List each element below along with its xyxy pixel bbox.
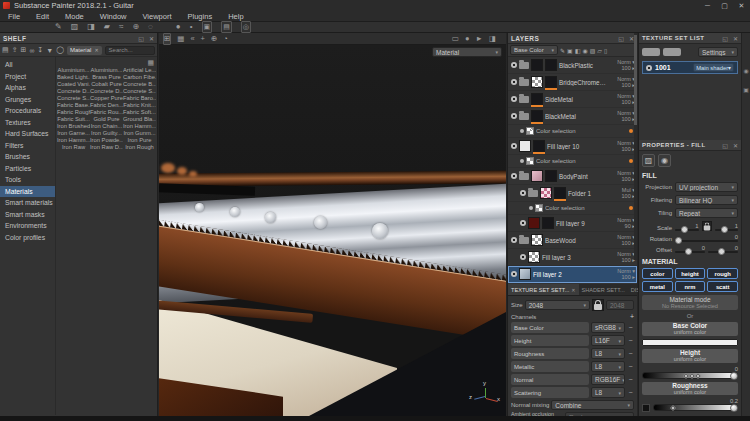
eraser-tool-icon[interactable]: ▨ xyxy=(71,22,79,32)
layer-row[interactable]: BodyPaintNorm ▾100 ▸ xyxy=(508,168,637,185)
brush-tool-icon[interactable]: ✎ xyxy=(55,22,62,32)
sidebar-item-materials[interactable]: Materials xyxy=(0,186,55,198)
sidebar-item-color-profiles[interactable]: Color profiles xyxy=(0,232,55,244)
material-picker-tool-icon[interactable]: ◌ xyxy=(148,22,153,32)
close-icon[interactable]: ✕ xyxy=(733,35,738,42)
material-tile[interactable]: Copper Pure xyxy=(90,95,123,101)
channel-name-button[interactable]: Scattering xyxy=(511,387,589,398)
opacity-value[interactable]: 100 ▸ xyxy=(610,193,635,199)
sidebar-item-environments[interactable]: Environments xyxy=(0,220,55,232)
color-selection-thumbnail[interactable] xyxy=(526,127,534,135)
normal-mixing-dropdown[interactable]: Combine ▾ xyxy=(551,400,634,410)
tab-texture-set-sett-[interactable]: TEXTURE SET SETT...✕ xyxy=(508,284,579,295)
slider-knob[interactable] xyxy=(721,226,728,233)
delete-layer-icon[interactable]: ▯ xyxy=(604,47,607,54)
material-tile[interactable]: Iron Guilty... xyxy=(90,130,123,136)
material-tile[interactable]: Ground Bla... xyxy=(123,116,156,122)
layer-blend-opacity[interactable]: Norm ▾100 ▸ xyxy=(610,234,635,247)
pin-icon[interactable]: ◱ xyxy=(722,35,728,42)
import-icon[interactable]: ⊞ xyxy=(21,46,27,54)
eye-icon[interactable] xyxy=(520,254,526,260)
layout-grid-icon[interactable]: ⊞ xyxy=(163,33,171,45)
layers-channel-dropdown[interactable]: Base Color ▾ xyxy=(510,45,558,55)
layer-row[interactable]: SideMetalNorm ▾100 ▸ xyxy=(508,91,637,108)
remove-channel-icon[interactable]: − xyxy=(627,376,634,383)
offset-x-slider[interactable] xyxy=(675,251,705,253)
material-tile[interactable]: Fabric Den... xyxy=(90,102,123,108)
layer-thumbnail[interactable] xyxy=(528,251,540,263)
material-tile[interactable]: Fabric Suit... xyxy=(57,116,90,122)
channel-name-button[interactable]: Normal xyxy=(511,374,589,385)
roughness-gradient-slider[interactable] xyxy=(653,404,738,411)
polygon-fill-tool-icon[interactable]: ▰ xyxy=(104,22,110,32)
layer-thumbnail[interactable] xyxy=(531,170,543,182)
channel-chip-rough[interactable]: rough xyxy=(707,268,738,279)
frame-icon[interactable]: ▭ xyxy=(452,34,459,44)
height-gradient-slider[interactable] xyxy=(642,372,738,379)
texture-set-view-button[interactable] xyxy=(642,48,660,56)
color-selection-thumbnail[interactable] xyxy=(535,204,543,212)
material-tile[interactable]: Gold Pure xyxy=(90,116,123,122)
scale-x-slider[interactable] xyxy=(675,229,699,231)
add-fill-icon[interactable]: ▣ xyxy=(567,47,573,54)
height-button[interactable]: Height uniform color xyxy=(642,349,738,362)
pin-icon[interactable]: ◱ xyxy=(618,35,624,42)
slider-knob[interactable] xyxy=(681,226,688,233)
smudge-tool-icon[interactable]: ≈ xyxy=(119,22,123,32)
remove-channel-icon[interactable]: − xyxy=(627,324,634,331)
material-mode-icon[interactable]: ▨ xyxy=(642,154,655,167)
close-icon[interactable]: ✕ xyxy=(149,35,154,42)
eye-icon[interactable] xyxy=(511,143,517,149)
layer-blend-opacity[interactable]: Norm ▾100 ▸ xyxy=(610,76,635,89)
filtering-dropdown[interactable]: Bilinear HQ ▾ xyxy=(675,195,738,205)
material-tile[interactable]: Iron Chain... xyxy=(90,123,123,129)
opacity-value[interactable]: 100 ▸ xyxy=(610,257,635,263)
layer-blend-opacity[interactable]: Norm ▾100 ▸ xyxy=(610,268,635,281)
material-tile[interactable]: Brass Pure xyxy=(90,74,123,80)
layers-scrollbar[interactable] xyxy=(634,33,637,260)
sidebar-item-tools[interactable]: Tools xyxy=(0,174,55,186)
sidebar-item-procedurals[interactable]: Procedurals xyxy=(0,105,55,117)
menu-item-plugins[interactable]: Plugins xyxy=(180,12,221,21)
minimize-button[interactable]: ─ xyxy=(699,2,716,10)
eye-icon[interactable] xyxy=(511,271,517,277)
eye-icon[interactable] xyxy=(520,190,526,196)
opacity-value[interactable]: 100 ▸ xyxy=(610,146,635,152)
sidebar-item-textures[interactable]: Textures xyxy=(0,117,55,129)
layer-thumbnail[interactable] xyxy=(540,187,552,199)
shelf-folder-icon[interactable]: ▤ xyxy=(2,46,9,54)
layer-row[interactable]: Fill layer 9Norm ▾90 ▸ xyxy=(508,215,637,232)
slider-knob[interactable] xyxy=(730,372,738,380)
material-tile[interactable]: Cobalt Pure xyxy=(90,81,123,87)
filter-circle-icon[interactable]: ◯ xyxy=(56,46,64,54)
menu-item-mode[interactable]: Mode xyxy=(57,12,92,21)
eye-icon[interactable] xyxy=(511,96,517,102)
chip-close-icon[interactable]: ✕ xyxy=(94,47,98,53)
material-tile[interactable]: Coated Vani... xyxy=(57,81,90,87)
layer-effect-row[interactable]: Color selection xyxy=(508,202,637,215)
layer-thumbnail[interactable] xyxy=(531,234,543,246)
layer-thumbnail[interactable] xyxy=(531,93,543,105)
material-mode-button[interactable]: Material mode No Resource Selected xyxy=(642,295,738,310)
texture-set-view-button[interactable] xyxy=(663,48,681,56)
layer-row[interactable]: BridgeChromeMetalNorm ▾100 ▸ xyxy=(508,74,637,91)
channel-chip-height[interactable]: height xyxy=(675,268,706,279)
add-mask-icon[interactable]: ◉ xyxy=(582,47,587,54)
roughness-button[interactable]: Roughness uniform color xyxy=(642,382,738,395)
layer-thumbnail[interactable] xyxy=(519,268,531,280)
opacity-value[interactable]: 90 ▸ xyxy=(610,223,635,229)
material-tile[interactable]: Carbon Fibe... xyxy=(123,74,156,80)
material-tile[interactable]: Fabric Rou... xyxy=(90,109,123,115)
viewport-shading-dropdown[interactable]: Material ▾ xyxy=(432,47,502,57)
layer-thumbnail[interactable] xyxy=(528,217,540,229)
sidebar-item-smart-masks[interactable]: Smart masks xyxy=(0,209,55,221)
pin-icon[interactable]: ◱ xyxy=(722,142,728,149)
offset-y-slider[interactable] xyxy=(708,251,738,253)
viewport-3d-scene[interactable]: Material ▾ y x z xyxy=(159,45,506,416)
opacity-value[interactable]: 100 ▸ xyxy=(610,240,635,246)
material-tile[interactable]: Fabric Rough xyxy=(57,109,90,115)
viewport[interactable]: ⊞▦«+⊕◔▭●►◨ Material ▾ xyxy=(159,33,506,416)
collapsed-panel-icon[interactable]: ▣ xyxy=(743,86,749,93)
menu-item-edit[interactable]: Edit xyxy=(28,12,57,21)
settings-dropdown[interactable]: Settings ▾ xyxy=(698,47,738,57)
